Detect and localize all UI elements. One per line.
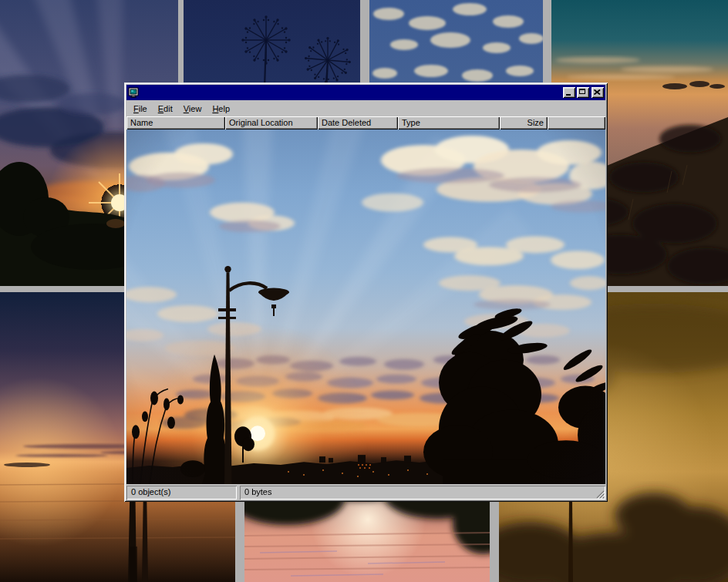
close-button[interactable] (592, 87, 604, 98)
recycle-bin-window: File Edit View Help Name Original Locati… (124, 82, 608, 502)
column-header-blank[interactable] (548, 116, 605, 130)
column-header-name[interactable]: Name (126, 116, 225, 130)
maximize-button[interactable] (577, 87, 589, 98)
close-icon (594, 89, 601, 95)
minimize-button[interactable] (563, 87, 575, 98)
computer-monitor-icon[interactable] (128, 87, 139, 98)
status-bar: 0 object(s) 0 bytes (126, 484, 605, 500)
status-size: 0 bytes (240, 486, 605, 500)
menu-edit[interactable]: Edit (153, 102, 178, 116)
column-header-original-location[interactable]: Original Location (225, 116, 318, 130)
minimize-icon (566, 94, 571, 96)
title-bar[interactable] (126, 85, 605, 100)
resize-grip[interactable] (595, 489, 605, 499)
status-object-count: 0 object(s) (126, 486, 237, 500)
folder-view-area[interactable] (126, 130, 605, 484)
column-header-date-deleted[interactable]: Date Deleted (318, 116, 398, 130)
menu-file[interactable]: File (128, 102, 153, 116)
status-size-text: 0 bytes (244, 487, 271, 496)
column-header-row: Name Original Location Date Deleted Type… (126, 116, 605, 130)
column-header-type[interactable]: Type (398, 116, 500, 130)
window-controls (563, 87, 604, 98)
maximize-icon (579, 89, 585, 94)
menu-bar: File Edit View Help (126, 100, 605, 116)
column-header-size[interactable]: Size (500, 116, 548, 130)
desktop: { "window": { "title": "", "icon": "comp… (0, 0, 728, 582)
sunset-street-lamp-photo (126, 130, 605, 484)
menu-view[interactable]: View (178, 102, 207, 116)
menu-help[interactable]: Help (207, 102, 235, 116)
